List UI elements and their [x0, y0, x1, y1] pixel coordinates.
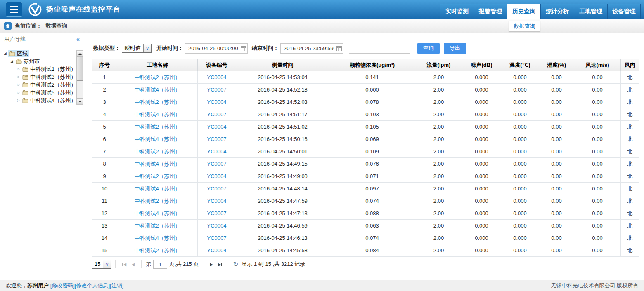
export-button[interactable]: 导出	[444, 43, 466, 54]
hamburger-menu-button[interactable]	[6, 2, 22, 17]
site-name-link[interactable]: 中科测试2（苏州）	[134, 148, 180, 155]
device-code-link[interactable]: YC0007	[207, 87, 227, 93]
site-name-link[interactable]: 中科测试2（苏州）	[134, 124, 180, 130]
refresh-icon[interactable]: ↻	[233, 260, 239, 268]
tree-item[interactable]: ▷中科测试1（苏州）	[1, 65, 75, 73]
nav-tab-5[interactable]: 设备管理	[607, 4, 641, 19]
nav-tab-2[interactable]: 历史查询	[507, 4, 540, 19]
table-row: 7中科测试2（苏州）YC00042016-04-25 14:50:010.109…	[92, 146, 639, 158]
collapsed-arrow-icon[interactable]: ▷	[16, 91, 21, 94]
collapsed-arrow-icon[interactable]: ▷	[16, 83, 21, 87]
table-cell: YC0004	[198, 146, 236, 158]
site-name-link[interactable]: 中科测试2（苏州）	[134, 223, 180, 229]
device-code-link[interactable]: YC0004	[207, 247, 227, 253]
next-page-icon[interactable]: ▶	[210, 262, 213, 267]
site-name-link[interactable]: 中科测试4（苏州）	[134, 136, 180, 142]
end-time-input[interactable]	[280, 43, 343, 54]
site-name-link[interactable]: 中科测试2（苏州）	[134, 99, 180, 105]
table-cell: 0.000	[462, 121, 501, 133]
tree-node[interactable]: 苏州市	[14, 58, 41, 65]
logout-link[interactable]: [注销]	[110, 282, 123, 289]
table-cell: 2016-04-25 14:46:13	[236, 232, 329, 244]
device-code-link[interactable]: YC0004	[207, 223, 227, 229]
site-name-link[interactable]: 中科测试4（苏州）	[134, 161, 180, 167]
calendar-icon[interactable]	[241, 46, 246, 51]
tree-node[interactable]: 中科测试4（苏州）	[21, 97, 77, 104]
collapsed-arrow-icon[interactable]: ▷	[16, 67, 21, 71]
device-code-link[interactable]: YC0004	[207, 124, 227, 130]
table-cell: 中科测试2（苏州）	[117, 146, 198, 158]
device-code-link[interactable]: YC0007	[207, 111, 227, 117]
column-header: 序号	[92, 59, 117, 71]
page-number-input[interactable]	[153, 260, 167, 269]
tree-item[interactable]: ▷中科测试3（苏州）	[1, 73, 75, 81]
table-cell: 北	[621, 244, 639, 257]
nav-tab-4[interactable]: 工地管理	[574, 4, 607, 19]
tree-item[interactable]: ◢苏州市	[1, 57, 75, 65]
scroll-up-icon[interactable]	[77, 51, 83, 57]
tree-scrollbar[interactable]	[76, 50, 83, 105]
site-name-link[interactable]: 中科测试4（苏州）	[134, 235, 180, 241]
expanded-arrow-icon[interactable]: ◢	[2, 52, 8, 55]
site-name-link[interactable]: 中科测试4（苏州）	[134, 185, 180, 192]
tree-node[interactable]: 中科测试2（苏州）	[21, 81, 77, 89]
nav-tab-1[interactable]: 报警管理	[474, 4, 507, 19]
data-type-select[interactable]: 瞬时值 ∨	[122, 44, 152, 53]
tree-item[interactable]: ▷中科测试2（苏州）	[1, 81, 75, 89]
query-button[interactable]: 查询	[417, 43, 440, 54]
tree-item[interactable]: ▷中科测试4（苏州）	[1, 96, 75, 104]
calendar-icon[interactable]	[336, 46, 342, 51]
device-code-link[interactable]: YC0004	[207, 148, 227, 155]
scrollbar-thumb[interactable]	[77, 57, 83, 81]
site-name-link[interactable]: 中科测试2（苏州）	[134, 173, 180, 179]
submenu-item-data-query[interactable]: 数据查询	[509, 21, 540, 32]
first-page-icon[interactable]: ◀	[122, 262, 126, 267]
start-time-input[interactable]	[185, 43, 248, 54]
site-name-link[interactable]: 中科测试4（苏州）	[134, 210, 180, 216]
tree-node[interactable]: 区域	[8, 50, 29, 57]
tree-node[interactable]: 中科测试3（苏州）	[21, 73, 77, 81]
page-size-select[interactable]: 15 ∨	[92, 260, 111, 269]
table-cell: YC0004	[198, 244, 236, 257]
tree-node[interactable]: 中科测试5（苏州）	[21, 89, 77, 96]
tree-item[interactable]: ◢区域	[1, 49, 75, 57]
table-cell: 0.00	[539, 121, 574, 133]
scroll-down-icon[interactable]	[77, 98, 83, 104]
table-cell: 2.00	[415, 207, 462, 220]
table-cell: 0.00	[539, 133, 574, 146]
device-code-link[interactable]: YC0007	[207, 161, 227, 167]
scrollbar-track[interactable]	[77, 81, 83, 98]
site-name-link[interactable]: 中科测试2（苏州）	[134, 247, 180, 253]
site-name-link[interactable]: 中科测试4（苏州）	[134, 87, 180, 93]
tree-node-label: 中科测试5（苏州）	[30, 89, 76, 96]
device-code-link[interactable]: YC0004	[207, 74, 227, 80]
keyword-input[interactable]	[349, 43, 410, 54]
expanded-arrow-icon[interactable]: ◢	[9, 59, 14, 63]
site-name-link[interactable]: 中科测试2（苏州）	[134, 198, 180, 204]
device-code-link[interactable]: YC0007	[207, 185, 227, 192]
tree-node[interactable]: 中科测试1（苏州）	[21, 66, 77, 73]
collapsed-arrow-icon[interactable]: ▷	[16, 99, 21, 102]
table-cell: 中科测试2（苏州）	[117, 121, 198, 133]
change-password-link[interactable]: [修改密码]	[50, 282, 75, 289]
last-page-icon[interactable]: ▶	[218, 262, 222, 267]
device-code-link[interactable]: YC0004	[207, 198, 227, 204]
device-code-link[interactable]: YC0004	[207, 173, 227, 179]
prev-page-icon[interactable]: ◀	[131, 262, 135, 267]
site-name-link[interactable]: 中科测试2（苏州）	[134, 74, 180, 80]
device-code-link[interactable]: YC0007	[207, 210, 227, 216]
nav-tab-3[interactable]: 统计分析	[540, 4, 574, 19]
site-name-link[interactable]: 中科测试4（苏州）	[134, 111, 180, 117]
edit-profile-link[interactable]: [修改个人信息]	[75, 282, 110, 289]
table-cell: 6	[92, 133, 117, 146]
nav-tab-0[interactable]: 实时监测	[440, 4, 474, 19]
device-code-link[interactable]: YC0007	[207, 136, 227, 142]
home-icon[interactable]	[4, 22, 12, 30]
sidebar-collapse-icon[interactable]: «	[76, 33, 80, 45]
tree-item[interactable]: ▷中科测试5（苏州）	[1, 89, 75, 96]
device-code-link[interactable]: YC0007	[207, 235, 227, 241]
collapsed-arrow-icon[interactable]: ▷	[16, 75, 21, 79]
device-code-link[interactable]: YC0004	[207, 99, 227, 105]
table-cell: 0.000	[501, 183, 539, 195]
table-cell: 0.00	[574, 220, 621, 232]
